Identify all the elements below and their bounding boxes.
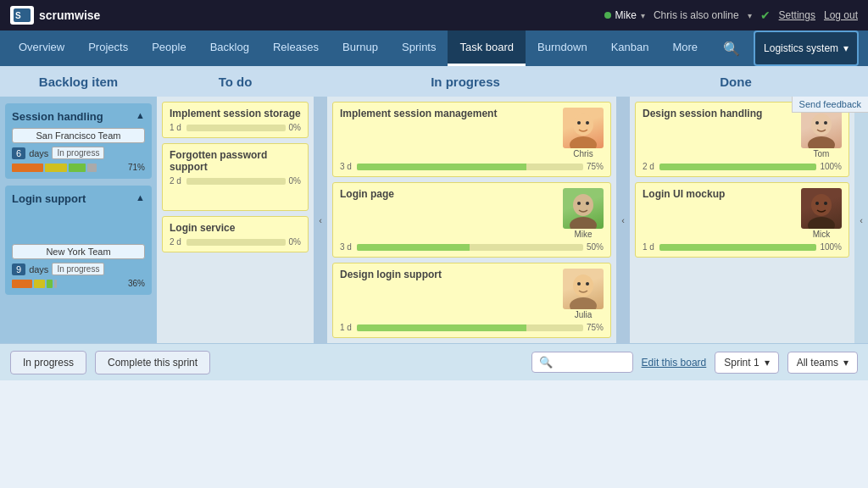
avatar-julia-label: Julia bbox=[575, 310, 593, 319]
backlog-item-title-session: Session handling ▲ bbox=[12, 110, 145, 123]
task-card-login-mockup[interactable]: Login UI mockup Mick 1 d 100% bbox=[635, 182, 849, 258]
edit-board-link[interactable]: Edit this board bbox=[642, 357, 707, 369]
logo-text: scrumwise bbox=[39, 8, 100, 22]
svg-point-8 bbox=[577, 202, 581, 205]
task-pct-login-page: 50% bbox=[587, 242, 604, 252]
inprogress-filter-btn[interactable]: In progress bbox=[10, 351, 86, 374]
bottom-search-box[interactable]: 🔍 bbox=[531, 352, 633, 373]
svg-text:S: S bbox=[15, 11, 21, 20]
svg-point-9 bbox=[586, 202, 589, 205]
sprint-selector[interactable]: Sprint 1 ▾ bbox=[715, 352, 778, 374]
collapse-login-btn[interactable]: ▲ bbox=[136, 192, 145, 202]
task-progress-fill-design-login bbox=[357, 324, 526, 331]
login-pct: 36% bbox=[128, 279, 145, 288]
nav-kanban[interactable]: Kanban bbox=[599, 30, 661, 66]
task-card-session-mgmt[interactable]: Implement session management Chris 3 d 7… bbox=[332, 102, 611, 177]
session-progress: 71% bbox=[12, 163, 145, 172]
svg-point-18 bbox=[811, 194, 832, 216]
task-progress-fill-login-page bbox=[357, 244, 470, 251]
task-title-login-mockup: Login UI mockup bbox=[643, 188, 796, 200]
task-days-session-storage: 1 d bbox=[170, 123, 181, 132]
divider-todo-inprogress[interactable]: ‹ bbox=[314, 97, 327, 343]
task-progress-session-storage bbox=[186, 125, 286, 131]
session-status: In progress bbox=[52, 147, 104, 159]
task-progress-design-session bbox=[659, 164, 817, 170]
backlog-login-title-text: Login support bbox=[12, 192, 86, 205]
nav-projects[interactable]: Projects bbox=[76, 30, 140, 66]
task-footer-login-mockup: 1 d 100% bbox=[643, 242, 842, 252]
nav-sprints[interactable]: Sprints bbox=[390, 30, 448, 66]
bottom-search-icon: 🔍 bbox=[539, 356, 553, 369]
complete-sprint-btn[interactable]: Complete this sprint bbox=[95, 351, 210, 374]
task-card-login-page[interactable]: Login page Mike 3 d 50% bbox=[332, 182, 611, 258]
user-chevron-icon[interactable]: ▾ bbox=[641, 11, 645, 20]
task-footer-login-page: 3 d 50% bbox=[340, 242, 604, 252]
avatar-chris-label: Chris bbox=[573, 149, 593, 158]
nav-taskboard[interactable]: Task board bbox=[448, 30, 526, 66]
task-card-design-session[interactable]: Design session handling Tom 2 d 100% bbox=[635, 102, 849, 177]
svg-point-16 bbox=[815, 121, 819, 125]
online-indicator: Mike ▾ bbox=[604, 9, 645, 21]
teams-chevron-icon: ▾ bbox=[843, 357, 849, 369]
task-footer-session-storage: 1 d 0% bbox=[170, 123, 301, 132]
task-progress-login-service bbox=[186, 239, 286, 246]
divider-inprogress-done[interactable]: ‹ bbox=[616, 97, 630, 343]
send-feedback-btn[interactable]: Send feedback bbox=[792, 97, 868, 113]
task-card-session-storage[interactable]: Implement session storage 1 d 0% bbox=[162, 102, 309, 138]
user-name: Mike bbox=[615, 9, 637, 21]
avatar-mick bbox=[801, 188, 842, 229]
session-pct: 71% bbox=[128, 163, 145, 172]
logout-link[interactable]: Log out bbox=[824, 9, 858, 21]
session-days-label: days bbox=[29, 148, 48, 158]
sprint-chevron-icon: ▾ bbox=[765, 357, 770, 369]
task-pct-design-session: 100% bbox=[820, 162, 842, 171]
done-column: Design session handling Tom 2 d 100% bbox=[630, 97, 854, 343]
logo-icon: S bbox=[10, 6, 34, 25]
task-pct-login-mockup: 100% bbox=[820, 242, 842, 252]
task-card-login-service[interactable]: Login service 2 d 0% bbox=[162, 216, 309, 252]
login-days-row: 9 days In progress bbox=[12, 263, 145, 275]
task-progress-forgotten-password bbox=[186, 178, 286, 185]
login-days-num: 9 bbox=[12, 263, 25, 275]
task-footer-login-service: 2 d 0% bbox=[170, 237, 301, 247]
task-pct-login-service: 0% bbox=[289, 237, 301, 247]
session-days-num: 6 bbox=[12, 147, 25, 159]
task-progress-session-mgmt bbox=[357, 164, 583, 170]
avatar-tom-label: Tom bbox=[814, 149, 830, 158]
logo: S scrumwise bbox=[10, 6, 100, 25]
search-icon[interactable]: 🔍 bbox=[713, 30, 750, 66]
avatar-tom bbox=[801, 108, 842, 148]
nav-people[interactable]: People bbox=[140, 30, 198, 66]
team-badge-sf: San Francisco Team bbox=[12, 128, 145, 143]
settings-link[interactable]: Settings bbox=[779, 9, 815, 21]
nav-backlog[interactable]: Backlog bbox=[198, 30, 261, 66]
task-days-forgotten-password: 2 d bbox=[170, 176, 181, 186]
nav-burnup[interactable]: Burnup bbox=[331, 30, 390, 66]
task-title-design-session: Design session handling bbox=[643, 108, 796, 119]
online-chevron-icon[interactable]: ▾ bbox=[748, 11, 752, 20]
task-progress-fill-design-session bbox=[659, 164, 817, 170]
svg-point-4 bbox=[577, 121, 581, 125]
nav-burndown[interactable]: Burndown bbox=[526, 30, 599, 66]
team-badge-ny: New York Team bbox=[12, 244, 145, 259]
teams-selector[interactable]: All teams ▾ bbox=[787, 352, 858, 374]
svg-point-20 bbox=[815, 202, 819, 205]
top-bar: S scrumwise Mike ▾ Chris is also online … bbox=[0, 0, 868, 30]
svg-point-6 bbox=[573, 194, 593, 216]
nav-overview[interactable]: Overview bbox=[7, 30, 76, 66]
task-card-forgotten-password[interactable]: Forgotten password support 2 d 0% bbox=[162, 143, 309, 211]
task-card-design-login[interactable]: Design login support Julia 1 d 75% bbox=[332, 263, 611, 338]
svg-point-5 bbox=[586, 121, 589, 125]
session-days-row: 6 days In progress bbox=[12, 147, 145, 159]
svg-point-17 bbox=[824, 121, 827, 125]
svg-point-2 bbox=[573, 114, 593, 136]
bottom-search-input[interactable] bbox=[558, 357, 626, 369]
login-progress: 36% bbox=[12, 279, 145, 288]
task-progress-fill-session-mgmt bbox=[357, 164, 526, 170]
scroll-right-btn[interactable]: ‹ bbox=[854, 97, 868, 343]
task-days-session-mgmt: 3 d bbox=[340, 162, 352, 171]
nav-releases[interactable]: Releases bbox=[261, 30, 331, 66]
system-selector[interactable]: Logistics system ▾ bbox=[754, 30, 859, 66]
collapse-session-btn[interactable]: ▲ bbox=[136, 110, 145, 120]
nav-more[interactable]: More bbox=[660, 30, 709, 66]
